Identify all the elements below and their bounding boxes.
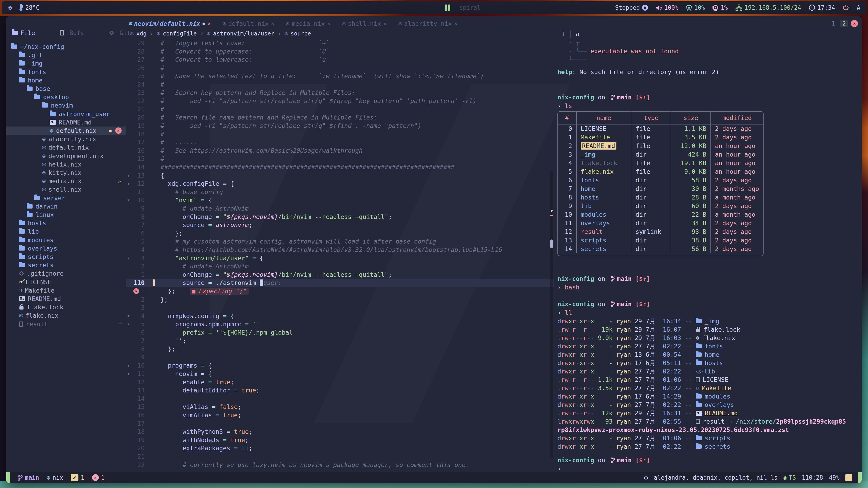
tree-item-default-nix[interactable]: ❄default.nix	[42, 143, 89, 152]
code-line[interactable]: ▾4 nixpkgs.config = {	[126, 312, 554, 320]
code-line[interactable]: 27# Convert to lowercase: `u`	[126, 55, 554, 64]
statusline-errors[interactable]: × 1	[92, 474, 105, 481]
statusline-modified[interactable]: 1	[71, 474, 84, 481]
code-line[interactable]: 18#	[126, 130, 554, 138]
tree-item-shell-nix[interactable]: ❄shell.nix	[42, 185, 82, 194]
code-line[interactable]: 12 enable = true;	[126, 378, 554, 386]
code-line[interactable]: 19 withNodeJs = true;	[126, 436, 554, 444]
tree-item--nix-config[interactable]: ~/nix-config	[11, 42, 64, 51]
code-editor[interactable]: 29# Toggle text's case: `~`28# Convert t…	[126, 16, 554, 472]
file-tree[interactable]: ~/nix-config.git_imgfontshomebasedesktop…	[6, 40, 126, 469]
tree-item-desktop[interactable]: desktop	[34, 93, 69, 101]
tree-item-result[interactable]: result	[19, 320, 48, 328]
tree-item-scripts[interactable]: scripts	[19, 253, 54, 261]
tree-item-base[interactable]: base	[27, 85, 50, 93]
code-line[interactable]: 19# sed -ri "s/pattern_str/replace_str/g…	[126, 122, 554, 130]
code-line[interactable]: 15#	[126, 155, 554, 163]
code-line[interactable]: 25# Save the selected text to a file: `:…	[126, 72, 554, 80]
code-line[interactable]: 13 defaultEditor = true;	[126, 386, 554, 394]
tree-item-helix-nix[interactable]: ❄helix.nix	[42, 160, 82, 168]
code-line[interactable]: 14######################################…	[126, 163, 554, 171]
code-line[interactable]: ▾13{	[126, 171, 554, 180]
tree-item-kitty-nix[interactable]: ❄kitty.nix	[42, 168, 82, 177]
filetree-tab-bufs[interactable]: Bufs	[60, 29, 84, 36]
code-line[interactable]: 2};	[126, 295, 554, 304]
tree-item--git[interactable]: .git	[19, 51, 42, 59]
code-line[interactable]: ▾11 neovim = {	[126, 369, 554, 378]
code-line[interactable]: 6 prefix = ''${HOME}/.npm-global	[126, 328, 554, 337]
code-line[interactable]: 28# Convert to uppercase: `U`	[126, 47, 554, 56]
tree-item--img[interactable]: _img	[19, 59, 42, 68]
code-line[interactable]: 2 # update AstroNvim	[126, 262, 554, 270]
code-line[interactable]: 5 # my cusotom astronvim config, astronv…	[126, 237, 554, 246]
code-line[interactable]: 15 viAlias = false;	[126, 402, 554, 411]
code-line[interactable]: 8 onChange = "${pkgs.neovim}/bin/nvim --…	[126, 213, 554, 221]
code-line[interactable]: 23# Search key pattern and Replace in Mu…	[126, 89, 554, 97]
code-line[interactable]: 20# Search file name pattern and Replace…	[126, 113, 554, 122]
code-line[interactable]: 3	[126, 303, 554, 312]
tree-item-modules[interactable]: modules	[19, 236, 54, 244]
code-line[interactable]: 17# ......	[126, 138, 554, 147]
code-line[interactable]: 8 };	[126, 345, 554, 353]
code-line[interactable]: ×1 }; ■ Expecting ";"	[126, 287, 554, 295]
code-line[interactable]: 11 # base config	[126, 188, 554, 196]
clock-widget[interactable]: 17:34	[809, 4, 835, 11]
code-line[interactable]: ▾5 programs.npm.npmrc = ''	[126, 320, 554, 328]
terminal-pane[interactable]: #nametypesizemodified0LICENSEfile1.1 KB2…	[555, 16, 862, 472]
tree-item-Makefile[interactable]: ♉Makefile	[19, 286, 55, 295]
filetree-tab-file[interactable]: File	[12, 29, 35, 36]
code-line[interactable]: 14	[126, 394, 554, 403]
editor-scrollbar-thumb[interactable]	[550, 239, 553, 248]
network-widget[interactable]: 192.168.5.100/24	[736, 4, 801, 11]
tree-item-alacritty-nix[interactable]: ❄alacritty.nix	[42, 135, 96, 143]
user-letter[interactable]: A	[857, 4, 860, 11]
tree-item-darwin[interactable]: darwin	[27, 202, 58, 210]
tree-item-server[interactable]: server	[34, 194, 65, 202]
tree-item--gitignore[interactable]: .gitignore	[19, 269, 64, 278]
close-buffer-icon[interactable]: ×	[115, 127, 122, 134]
code-line[interactable]: 9 # update AstroNvim	[126, 204, 554, 213]
code-line[interactable]: 7 '';	[126, 337, 554, 345]
code-line[interactable]: ▾3 "astronvim/lua/user" = {	[126, 254, 554, 262]
tree-item-flake-nix[interactable]: ❄flake.nix	[19, 311, 59, 320]
pause-icon[interactable]	[445, 4, 450, 11]
tree-item-media-nix[interactable]: ❄media.nix	[42, 177, 82, 185]
code-line[interactable]: 7 source = astronvim;	[126, 221, 554, 229]
tree-item-overlays[interactable]: overlays	[19, 244, 57, 253]
tree-item-LICENSE[interactable]: LICENSE	[19, 278, 51, 286]
code-line[interactable]: 16# See https://astronvim.com/Basic%20Us…	[126, 147, 554, 155]
tree-item-linux[interactable]: linux	[27, 210, 54, 219]
tree-item-fonts[interactable]: fonts	[19, 68, 46, 76]
tree-item-development-nix[interactable]: ❄development.nix	[42, 152, 103, 160]
tree-item-home[interactable]: home	[19, 76, 42, 85]
code-line[interactable]: 16 vimAlias = true;	[126, 411, 554, 419]
code-line[interactable]: ▾10 "nvim" = {	[126, 196, 554, 204]
code-line[interactable]: ▾12 xdg.configFile = {	[126, 180, 554, 188]
code-line[interactable]: 21#	[126, 105, 554, 113]
code-line[interactable]: 20 extraPackages = [];	[126, 444, 554, 452]
tree-item-README-md[interactable]: M↓README.md	[50, 118, 92, 127]
tree-item-hosts[interactable]: hosts	[19, 219, 46, 227]
tree-item-neovim[interactable]: neovim	[42, 101, 73, 109]
code-line[interactable]: 18 withPython3 = true;	[126, 427, 554, 436]
code-line[interactable]: 6 };	[126, 229, 554, 237]
code-line[interactable]: 22# sed -ri "s/pattern_str/replace_str/g…	[126, 97, 554, 105]
code-line[interactable]: 24#	[126, 80, 554, 89]
code-line[interactable]: 21	[126, 452, 554, 461]
code-line[interactable]: 1 onChange = "${pkgs.neovim}/bin/nvim --…	[126, 270, 554, 279]
cpu-widget[interactable]: 1%	[712, 4, 727, 11]
power-icon[interactable]	[843, 4, 849, 11]
tree-item-lib[interactable]: lib	[19, 227, 39, 236]
code-line[interactable]: ▾10 programs = {	[126, 361, 554, 369]
code-line[interactable]: 110 source = ./astronvim_user;	[126, 279, 554, 287]
code-line[interactable]: 26#	[126, 64, 554, 72]
tree-item-secrets[interactable]: secrets	[19, 261, 54, 269]
editor-scrollbar-track[interactable]	[550, 170, 553, 459]
code-line[interactable]: 4 # https://github.com/AstroNvim/AstroNv…	[126, 246, 554, 254]
media-status-widget[interactable]: Stopped	[615, 4, 648, 11]
volume-widget[interactable]: 100%	[656, 4, 679, 11]
nixos-logo-icon[interactable]: ❄	[8, 4, 12, 12]
ram-widget[interactable]: 10%	[686, 4, 705, 11]
tree-item-flake-lock[interactable]: flake.lock	[19, 303, 64, 311]
code-line[interactable]: 22 # currently we use lazy.nvim as neovi…	[126, 461, 554, 469]
